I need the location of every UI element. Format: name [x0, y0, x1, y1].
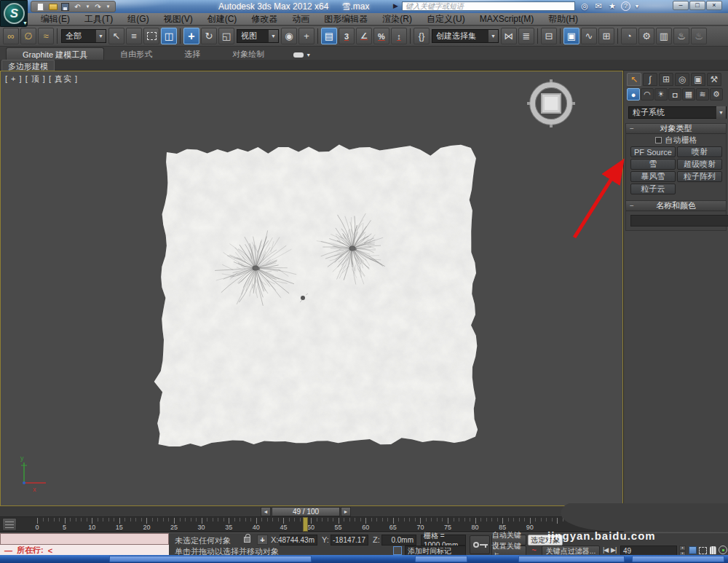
shapes-category-icon[interactable]: ◠: [641, 88, 654, 101]
save-file-icon[interactable]: [60, 2, 70, 11]
pf-source-button[interactable]: PF Source: [630, 146, 676, 157]
new-key-settings-icon[interactable]: ~: [529, 546, 539, 555]
ribbon-tab-选择[interactable]: 选择: [168, 47, 216, 60]
favorites-icon[interactable]: ★: [607, 1, 617, 11]
ribbon-tab-对象绘制[interactable]: 对象绘制: [216, 47, 280, 60]
menu-item-图形编辑器[interactable]: 图形编辑器: [317, 13, 375, 25]
spinner-snap-icon[interactable]: ↕: [391, 28, 407, 44]
menu-item-编辑[interactable]: 编辑(E): [33, 13, 77, 25]
x-coordinate-field[interactable]: 48744.43m: [280, 535, 317, 546]
name-color-rollout-header[interactable]: − 名称和颜色: [626, 201, 726, 211]
help-icon[interactable]: ?: [621, 1, 630, 11]
selected-mode-dropdown[interactable]: 选定对象: [528, 535, 563, 546]
maxscript-mini-listener[interactable]: — 所在行: <: [0, 533, 169, 556]
menu-item-创建[interactable]: 创建(C): [200, 13, 245, 25]
selection-filter-dropdown[interactable]: 全部▼: [61, 29, 106, 43]
select-and-manipulate-icon[interactable]: +: [298, 28, 314, 44]
taskbar-item[interactable]: [518, 556, 625, 562]
select-object-icon[interactable]: ↖: [108, 28, 124, 44]
key-mode-toggle-icon[interactable]: [688, 546, 697, 555]
menu-item-动画[interactable]: 动画: [285, 13, 317, 25]
menu-item-帮助[interactable]: 帮助(H): [541, 13, 585, 25]
previous-frame-button[interactable]: ◄: [261, 507, 271, 516]
snap-toggle-3d-icon[interactable]: 3: [339, 28, 355, 44]
mirror-icon[interactable]: ⋈: [501, 28, 517, 44]
unlink-selection-icon[interactable]: ∅: [20, 28, 36, 44]
viewport[interactable]: yx [ + ][ 顶 ][ 真实 ]: [0, 71, 623, 506]
particle-array-button[interactable]: 粒子阵列: [677, 171, 722, 182]
rendered-frame-window-icon[interactable]: ▥: [656, 28, 672, 44]
autogrid-checkbox[interactable]: [655, 137, 662, 143]
new-file-icon[interactable]: [36, 2, 45, 11]
bind-to-space-warp-icon[interactable]: ≈: [38, 28, 54, 44]
open-file-icon[interactable]: [48, 2, 58, 11]
track-bar[interactable]: 051015202530354045505560657075808590: [0, 517, 623, 532]
help-menu-caret-icon[interactable]: ▼: [634, 4, 640, 9]
select-by-name-icon[interactable]: ≡: [126, 28, 142, 44]
time-slider-track[interactable]: ◄ 49 / 100 ►: [0, 506, 623, 517]
maximize-button[interactable]: □: [689, 1, 705, 10]
time-slider[interactable]: 49 / 100: [272, 507, 340, 516]
rect-selection-region-icon[interactable]: [143, 28, 159, 44]
select-and-rotate-icon[interactable]: ↻: [201, 28, 217, 44]
display-tab-icon[interactable]: ▣: [691, 73, 705, 86]
helpers-category-icon[interactable]: ▦: [682, 88, 695, 101]
material-editor-icon[interactable]: ◔: [621, 28, 637, 44]
geometry-category-icon[interactable]: ●: [627, 88, 640, 101]
window-crossing-icon[interactable]: ◫: [161, 28, 177, 44]
menu-item-工具[interactable]: 工具(T): [77, 13, 120, 25]
percent-snap-icon[interactable]: %: [373, 28, 389, 44]
y-coordinate-field[interactable]: -18147.17: [331, 535, 368, 546]
select-and-scale-icon[interactable]: ◱: [218, 28, 234, 44]
ribbon-minimize-icon[interactable]: ▼: [293, 50, 311, 60]
minimize-button[interactable]: –: [673, 1, 689, 10]
create-tab-icon[interactable]: ↖: [627, 73, 641, 86]
schematic-view-icon[interactable]: ⊞: [598, 28, 614, 44]
z-coordinate-field[interactable]: 0.0mm: [381, 535, 416, 546]
utilities-tab-icon[interactable]: ⚒: [707, 73, 721, 86]
viewport-menu-view[interactable]: [ 顶 ]: [25, 74, 46, 83]
search-icon[interactable]: ◎: [579, 1, 590, 11]
graphite-ribbon-toggle-icon[interactable]: ▣: [563, 28, 579, 44]
object-name-field[interactable]: [630, 215, 728, 227]
super-spray-button[interactable]: 超级喷射: [677, 159, 722, 170]
undo-icon[interactable]: ↶: [73, 2, 82, 11]
select-and-move-icon[interactable]: +: [183, 28, 199, 44]
align-icon[interactable]: ≣: [518, 28, 534, 44]
use-pivot-point-icon[interactable]: ◉: [281, 28, 297, 44]
snow-button[interactable]: 雪: [630, 159, 676, 170]
close-button[interactable]: ×: [706, 1, 722, 10]
orbit-icon[interactable]: [718, 545, 727, 554]
hierarchy-tab-icon[interactable]: ⊞: [659, 73, 673, 86]
taskbar-item[interactable]: [632, 556, 724, 562]
go-to-start-icon[interactable]: |◀: [603, 546, 608, 554]
ribbon-tab-自由形式[interactable]: 自由形式: [104, 47, 168, 60]
go-to-end-icon[interactable]: ▶|: [611, 546, 616, 554]
listener-input[interactable]: [0, 533, 169, 545]
layer-manager-icon[interactable]: ⊟: [541, 28, 557, 44]
zoom-region-icon[interactable]: [698, 546, 708, 555]
render-production-icon[interactable]: ♨: [673, 28, 689, 44]
redo-icon[interactable]: ↷: [93, 2, 103, 11]
menu-item-自定义[interactable]: 自定义(U): [419, 13, 472, 25]
spray-button[interactable]: 喷射: [677, 146, 722, 157]
open-mini-curve-editor-button[interactable]: [2, 518, 17, 531]
communication-center-icon[interactable]: ✉: [593, 1, 604, 11]
cameras-category-icon[interactable]: ◘: [668, 88, 681, 101]
motion-tab-icon[interactable]: ◎: [675, 73, 689, 86]
frame-spinner[interactable]: ▲▼: [679, 546, 686, 556]
menu-item-视图[interactable]: 视图(V): [157, 13, 200, 25]
3dsmax-logo[interactable]: S ▼: [0, 0, 28, 27]
viewcube[interactable]: [529, 81, 574, 126]
viewport-label[interactable]: [ + ][ 顶 ][ 真实 ]: [5, 74, 81, 84]
edit-named-selection-icon[interactable]: {}: [414, 28, 430, 44]
pan-hand-icon[interactable]: [708, 546, 718, 555]
ribbon-tab-Graphite 建模工具[interactable]: Graphite 建模工具: [6, 47, 104, 60]
systems-category-icon[interactable]: ⚙: [710, 88, 723, 101]
render-setup-icon[interactable]: ⚙: [638, 28, 654, 44]
particle-cloud-button[interactable]: 粒子云: [630, 184, 676, 194]
reference-coordinate-dropdown[interactable]: 视图▼: [237, 29, 279, 43]
subcategory-dropdown[interactable]: 粒子系统 ▼: [628, 106, 727, 119]
redo-caret-icon[interactable]: ▾: [106, 2, 111, 11]
taskbar-item[interactable]: [109, 556, 312, 562]
